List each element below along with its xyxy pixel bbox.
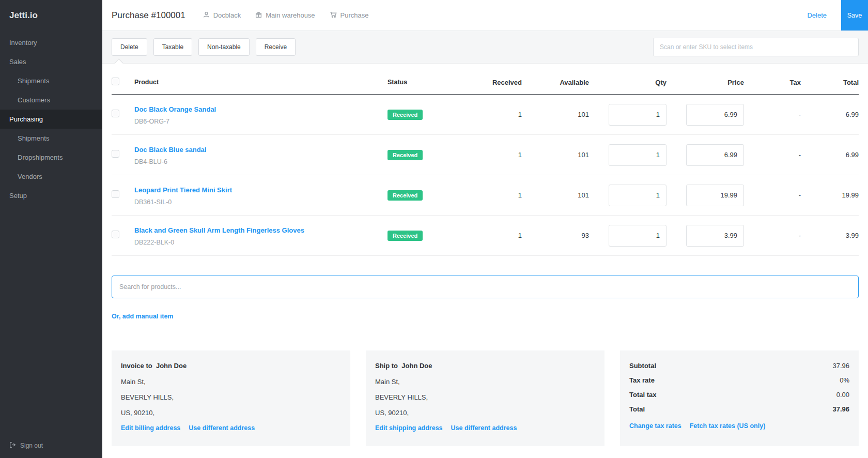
sidebar-item-inventory[interactable]: Inventory [0,33,102,52]
sidebar-item-purchasing[interactable]: Purchasing [0,110,102,129]
totals-panel: Subtotal 37.96 Tax rate 0% Total tax 0.0… [620,350,859,446]
user-icon [203,11,210,20]
use-different-billing-address-link[interactable]: Use different address [189,424,255,432]
row-checkbox[interactable] [112,231,119,238]
qty-input[interactable] [609,185,667,206]
tax-value: - [744,191,801,199]
sidebar-item-customers[interactable]: Customers [0,90,102,110]
brand-logo[interactable]: Jetti.io [0,0,102,33]
sidebar-item-dropshipments[interactable]: Dropshipments [0,148,102,167]
bulk-taxable-button[interactable]: Taxable [153,38,192,56]
product-sku: DB361-SIL-0 [134,199,388,206]
received-value: 1 [465,191,522,199]
tax-value: - [744,232,801,239]
col-tax: Tax [744,79,801,86]
product-link[interactable]: Doc Black Blue sandal [134,146,206,154]
delete-purchase-link[interactable]: Delete [807,11,827,19]
billing-address-line: BEVERLY HILLS, [121,393,341,401]
total-value: 3.99 [801,232,859,239]
bulk-receive-button[interactable]: Receive [256,38,296,56]
tax-rate-row: Tax rate 0% [629,376,849,384]
shipping-panel: Ship to John Doe Main St, BEVERLY HILLS,… [366,350,605,446]
product-sku: DB6-ORG-7 [134,118,388,125]
product-link[interactable]: Leopard Print Tiered Mini Skirt [134,186,232,194]
total-value: 6.99 [801,151,859,159]
sidebar-item-sales-shipments[interactable]: Shipments [0,71,102,90]
edit-billing-address-link[interactable]: Edit billing address [121,424,180,432]
received-value: 1 [465,111,522,118]
available-value: 93 [522,232,589,239]
billing-address-line: Main St, [121,378,341,386]
use-different-shipping-address-link[interactable]: Use different address [451,424,517,432]
product-link[interactable]: Black and Green Skull Arm Length Fingerl… [134,226,304,234]
total-value: 19.99 [801,191,859,199]
fetch-tax-rates-link[interactable]: Fetch tax rates (US only) [690,422,766,430]
price-input[interactable] [686,144,744,166]
top-header: Purchase #100001 Docblack [102,0,868,31]
sidebar: Jetti.io Inventory Sales Shipments Custo… [0,0,102,458]
edit-shipping-address-link[interactable]: Edit shipping address [375,424,443,432]
col-available: Available [522,79,589,86]
add-manual-item-link[interactable]: Or, add manual item [112,313,173,320]
bulk-non-taxable-button[interactable]: Non-taxable [198,38,250,56]
sidebar-item-purchasing-shipments[interactable]: Shipments [0,129,102,148]
sign-out-icon [9,441,16,450]
sign-out-button[interactable]: Sign out [0,433,102,458]
row-checkbox[interactable] [112,110,119,117]
product-sku: DB4-BLU-6 [134,158,388,165]
available-value: 101 [522,111,589,118]
billing-panel: Invoice to John Doe Main St, BEVERLY HIL… [112,350,350,446]
sku-scan-input[interactable] [653,38,859,56]
row-checkbox[interactable] [112,150,119,158]
billing-heading: Invoice to John Doe [121,362,341,370]
col-status: Status [388,79,465,86]
price-input[interactable] [686,104,744,126]
price-input[interactable] [686,185,744,206]
warehouse-meta-label: Main warehouse [266,11,315,19]
bulk-delete-button[interactable]: Delete [112,38,147,56]
change-tax-rates-link[interactable]: Change tax rates [629,422,681,430]
billing-address-line: US, 90210, [121,409,341,417]
app-root: Jetti.io Inventory Sales Shipments Custo… [0,0,868,458]
vendor-meta-label: Docblack [213,11,241,19]
available-value: 101 [522,151,589,159]
qty-input[interactable] [609,225,667,247]
product-sku: DB222-BLK-0 [134,239,388,246]
shipping-heading: Ship to John Doe [375,362,595,370]
col-price: Price [667,79,744,86]
subtotal-row: Subtotal 37.96 [629,362,849,370]
page-title: Purchase #100001 [112,10,185,21]
row-checkbox[interactable] [112,190,119,198]
purchase-meta: Purchase [330,11,369,20]
sign-out-label: Sign out [20,442,43,449]
received-value: 1 [465,232,522,239]
sidebar-item-sales[interactable]: Sales [0,52,102,71]
product-search-input[interactable] [112,276,859,298]
content-area: Product Status Received Available Qty Pr… [102,66,868,458]
col-product: Product [134,79,388,86]
col-total: Total [801,79,859,86]
main-area: Purchase #100001 Docblack [102,0,868,458]
price-input[interactable] [686,225,744,247]
qty-input[interactable] [609,104,667,126]
bulk-actions-toolbar: Delete Taxable Non-taxable Receive [102,31,868,64]
bottom-panels: Invoice to John Doe Main St, BEVERLY HIL… [112,350,859,446]
sidebar-item-setup[interactable]: Setup [0,186,102,205]
product-link[interactable]: Doc Black Orange Sandal [134,105,216,113]
qty-input[interactable] [609,144,667,166]
header-meta: Docblack Main warehouse [203,11,369,20]
status-badge: Received [388,150,423,160]
tax-value: - [744,151,801,159]
status-badge: Received [388,110,423,120]
save-button[interactable]: Save [841,0,868,30]
col-qty: Qty [589,79,667,86]
purchase-meta-label: Purchase [340,11,369,19]
table-row: Leopard Print Tiered Mini Skirt DB361-SI… [112,175,859,216]
table-row: Doc Black Blue sandal DB4-BLU-6 Received… [112,135,859,175]
select-all-checkbox[interactable] [112,78,119,85]
table-row: Doc Black Orange Sandal DB6-ORG-7 Receiv… [112,95,859,135]
warehouse-meta: Main warehouse [255,11,315,20]
sidebar-item-vendors[interactable]: Vendors [0,167,102,186]
table-header: Product Status Received Available Qty Pr… [112,66,859,95]
shipping-address-line: US, 90210, [375,409,595,417]
